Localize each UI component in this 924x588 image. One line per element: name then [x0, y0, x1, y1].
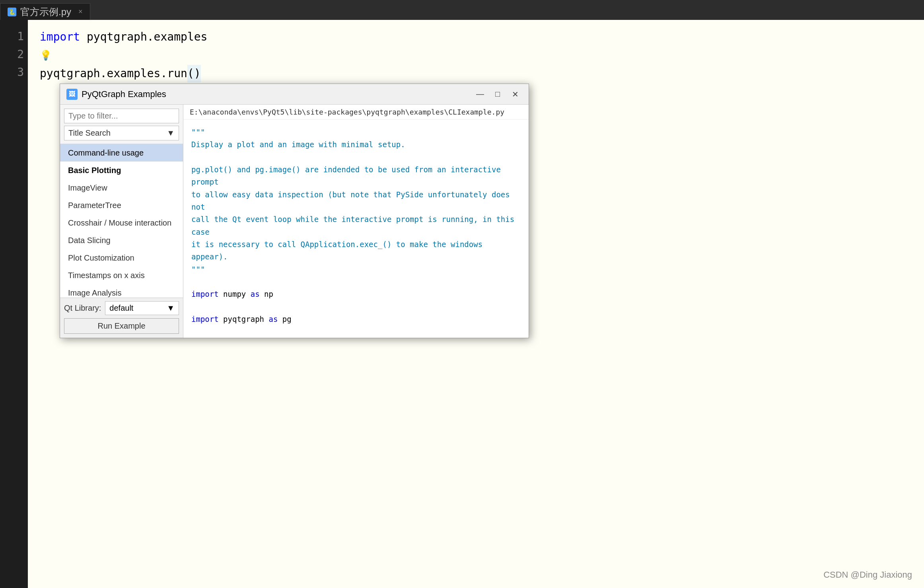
maximize-button[interactable]: □	[490, 89, 505, 100]
docstring-open: """	[191, 126, 521, 138]
example-item-crosshair[interactable]: Crosshair / Mouse interaction	[60, 214, 183, 232]
filter-input[interactable]	[64, 109, 179, 123]
dialog-app-icon: 🖼	[66, 89, 78, 100]
right-panel: E:\anaconda\envs\PyQt5\lib\site-packages…	[183, 105, 529, 338]
module-name: pyqtgraph.examples	[87, 28, 207, 46]
example-item-data-slicing[interactable]: Data Slicing	[60, 232, 183, 249]
file-tab[interactable]: 🐍 官方示例.py ×	[0, 3, 90, 20]
search-type-dropdown[interactable]: Title Search ▼	[64, 126, 179, 140]
qt-dropdown-arrow-icon: ▼	[167, 304, 175, 313]
dialog-title: PyQtGraph Examples	[82, 89, 473, 99]
code-display-area: """ Display a plot and an image with min…	[183, 120, 529, 338]
python-file-icon: 🐍	[8, 8, 16, 16]
docstring-close: """	[191, 263, 521, 276]
example-item-parametertree[interactable]: ParameterTree	[60, 197, 183, 214]
code-line-2: 💡	[40, 46, 912, 64]
docstring-line-5: it is necessary to call QApplication.exe…	[191, 238, 521, 263]
pyqtgraph-examples-dialog: 🖼 PyQtGraph Examples — □ ✕ Title Search …	[60, 84, 529, 338]
docstring-line-2: pg.plot() and pg.image() are indended to…	[191, 164, 521, 189]
import-pyqtgraph: import pyqtgraph as pg	[191, 313, 521, 325]
dialog-body: Title Search ▼ Command-line usage Basic …	[60, 105, 529, 338]
example-item-command-line[interactable]: Command-line usage	[60, 144, 183, 162]
example-item-basic-plotting[interactable]: Basic Plotting	[60, 162, 183, 179]
example-item-imageview[interactable]: ImageView	[60, 179, 183, 197]
run-example-button[interactable]: Run Example	[64, 318, 179, 334]
qt-library-dropdown[interactable]: default ▼	[105, 301, 179, 315]
left-panel: Title Search ▼ Command-line usage Basic …	[60, 105, 183, 338]
qt-library-value: default	[109, 304, 133, 313]
example-item-plot-customization[interactable]: Plot Customization	[60, 249, 183, 267]
example-list: Command-line usage Basic Plotting ImageV…	[60, 144, 183, 298]
line-numbers: 1 2 3	[0, 20, 28, 588]
example-item-timestamps[interactable]: Timestamps on x axis	[60, 267, 183, 284]
lightbulb-icon: 💡	[40, 48, 52, 63]
code-line-3: pyqtgraph.examples.run()	[40, 64, 912, 83]
dialog-window-controls: — □ ✕	[473, 89, 522, 100]
close-button[interactable]: ✕	[508, 89, 522, 100]
dialog-titlebar: 🖼 PyQtGraph Examples — □ ✕	[60, 84, 529, 105]
bottom-controls: Qt Library: default ▼	[60, 298, 183, 318]
tab-bar: 🐍 官方示例.py ×	[0, 0, 924, 20]
watermark: CSDN @Ding Jiaxiong	[823, 570, 912, 580]
file-path-bar: E:\anaconda\envs\PyQt5\lib\site-packages…	[183, 105, 529, 120]
docstring-line-3: to allow easy data inspection (but note …	[191, 189, 521, 214]
tab-label: 官方示例.py	[20, 6, 71, 18]
import-numpy: import numpy as np	[191, 288, 521, 300]
qt-library-label: Qt Library:	[64, 304, 101, 313]
import-keyword: import	[40, 28, 80, 46]
search-type-label: Title Search	[68, 129, 111, 138]
run-button-container: Run Example	[60, 318, 183, 338]
cursor-block: ()	[187, 65, 201, 83]
code-text: pyqtgraph.examples.run()	[40, 65, 201, 83]
example-item-image-analysis[interactable]: Image Analysis	[60, 284, 183, 298]
dropdown-arrow-icon: ▼	[167, 129, 175, 138]
code-line-1: import pyqtgraph.examples	[40, 28, 912, 46]
tab-close-button[interactable]: ×	[78, 8, 83, 16]
docstring-line-4: call the Qt event loop while the interac…	[191, 213, 521, 238]
docstring-line-1: Display a plot and an image with minimal…	[191, 138, 521, 151]
minimize-button[interactable]: —	[473, 89, 487, 100]
